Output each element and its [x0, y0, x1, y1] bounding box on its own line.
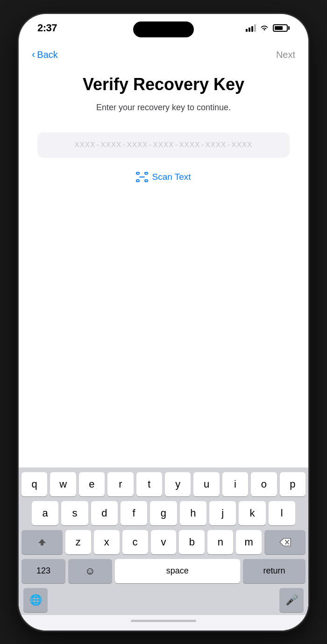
- status-icons: [246, 24, 290, 32]
- phone-body: 2:37: [19, 14, 308, 630]
- status-bar: 2:37: [19, 14, 308, 42]
- key-m[interactable]: m: [236, 530, 262, 554]
- screen: 2:37: [19, 14, 308, 630]
- scan-text-icon: [136, 172, 148, 182]
- delete-key[interactable]: [264, 530, 306, 554]
- signal-bar-4: [254, 24, 256, 32]
- signal-bar-2: [249, 28, 250, 32]
- key-b[interactable]: b: [179, 530, 205, 554]
- key-g[interactable]: g: [150, 501, 177, 525]
- key-k[interactable]: k: [239, 501, 265, 525]
- page-subtitle: Enter your recovery key to continue.: [96, 102, 231, 113]
- key-v[interactable]: v: [151, 530, 177, 554]
- wifi-icon: [260, 24, 269, 32]
- key-x[interactable]: x: [94, 530, 120, 554]
- space-key[interactable]: space: [115, 559, 240, 583]
- home-bar: [131, 620, 196, 622]
- key-u[interactable]: u: [193, 472, 219, 496]
- battery-fill: [275, 26, 283, 30]
- key-w[interactable]: w: [50, 472, 76, 496]
- scan-text-button[interactable]: Scan Text: [136, 172, 191, 182]
- back-chevron-icon: ‹: [32, 50, 35, 60]
- keyboard-row-2: a s d f g h j k l: [21, 501, 306, 525]
- battery-icon: [273, 24, 290, 32]
- key-e[interactable]: e: [79, 472, 105, 496]
- key-o[interactable]: o: [251, 472, 277, 496]
- key-n[interactable]: n: [207, 530, 233, 554]
- numbers-key[interactable]: 123: [21, 559, 65, 583]
- phone-frame: 2:37: [0, 0, 327, 644]
- battery-body: [273, 24, 288, 32]
- key-d[interactable]: d: [91, 501, 118, 525]
- emoji-key[interactable]: ☺: [68, 559, 112, 583]
- key-l[interactable]: l: [269, 501, 295, 525]
- nav-bar: ‹ Back Next: [19, 42, 308, 65]
- keyboard-row-4: 123 ☺ space return: [21, 559, 306, 583]
- key-i[interactable]: i: [222, 472, 248, 496]
- page-title: Verify Recovery Key: [83, 74, 244, 94]
- svg-rect-1: [145, 172, 148, 174]
- recovery-key-input[interactable]: XXXX-XXXX-XXXX-XXXX-XXXX-XXXX-XXXX: [37, 132, 290, 158]
- keyboard: q w e r t y u i o p a s: [19, 467, 308, 615]
- battery-tip: [288, 26, 290, 30]
- home-indicator: [19, 615, 308, 630]
- key-q[interactable]: q: [21, 472, 47, 496]
- key-z[interactable]: z: [65, 530, 91, 554]
- key-s[interactable]: s: [61, 501, 88, 525]
- back-label: Back: [37, 50, 57, 60]
- recovery-key-placeholder: XXXX-XXXX-XXXX-XXXX-XXXX-XXXX-XXXX: [47, 141, 280, 149]
- svg-rect-0: [136, 172, 139, 174]
- key-t[interactable]: t: [136, 472, 162, 496]
- dynamic-island: [133, 21, 194, 37]
- key-a[interactable]: a: [32, 501, 58, 525]
- key-c[interactable]: c: [122, 530, 148, 554]
- key-h[interactable]: h: [180, 501, 206, 525]
- main-section: Verify Recovery Key Enter your recovery …: [19, 65, 308, 467]
- signal-icon: [246, 24, 256, 32]
- signal-bar-3: [251, 26, 253, 32]
- svg-rect-2: [136, 180, 139, 182]
- globe-key[interactable]: 🌐: [23, 588, 48, 612]
- svg-rect-3: [145, 180, 148, 182]
- keyboard-row-3: z x c v b n m: [21, 530, 306, 554]
- key-y[interactable]: y: [165, 472, 191, 496]
- shift-key[interactable]: [21, 530, 63, 554]
- signal-bar-1: [246, 29, 248, 32]
- keyboard-row-1: q w e r t y u i o p: [21, 472, 306, 496]
- key-r[interactable]: r: [107, 472, 133, 496]
- back-button[interactable]: ‹ Back: [32, 50, 58, 60]
- mic-key[interactable]: 🎤: [279, 588, 304, 612]
- return-key[interactable]: return: [243, 559, 306, 583]
- key-j[interactable]: j: [209, 501, 236, 525]
- scan-text-label: Scan Text: [152, 172, 191, 182]
- key-f[interactable]: f: [121, 501, 147, 525]
- keyboard-row-5: 🌐 🎤: [21, 588, 306, 612]
- next-button[interactable]: Next: [276, 50, 295, 60]
- status-time: 2:37: [37, 22, 57, 34]
- key-p[interactable]: p: [280, 472, 306, 496]
- app-content: ‹ Back Next Verify Recovery Key Enter yo…: [19, 42, 308, 630]
